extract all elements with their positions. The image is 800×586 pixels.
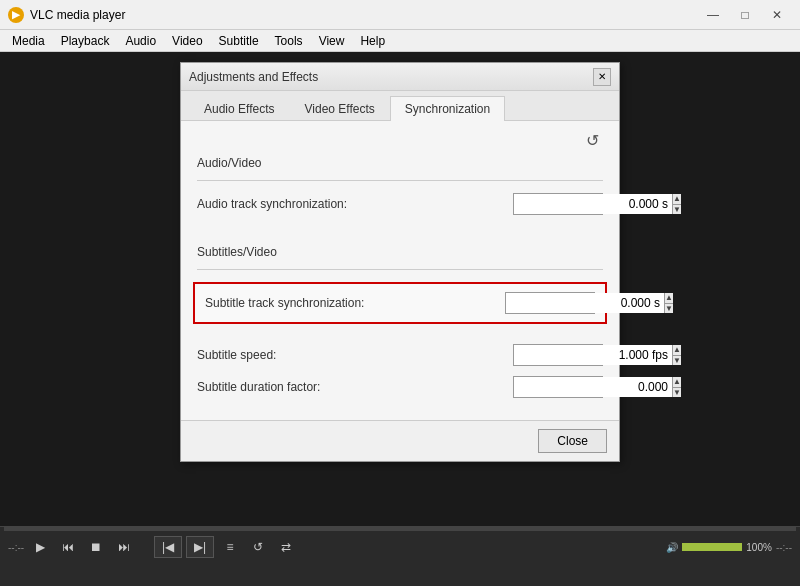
audio-track-sync-down[interactable]: ▼ (673, 204, 681, 215)
frame-fwd-button[interactable]: ▶| (186, 536, 214, 558)
subtitle-duration-down[interactable]: ▼ (673, 387, 681, 398)
tabs-bar: Audio Effects Video Effects Synchronizat… (181, 91, 619, 121)
subtitle-speed-row: Subtitle speed: ▲ ▼ (197, 344, 603, 366)
stop-button[interactable]: ⏹ (84, 535, 108, 559)
menu-media[interactable]: Media (4, 30, 53, 52)
window-controls: — □ ✕ (698, 5, 792, 25)
menu-subtitle[interactable]: Subtitle (211, 30, 267, 52)
next-button[interactable]: ⏭ (112, 535, 136, 559)
subtitles-video-divider (197, 269, 603, 270)
subtitle-duration-up[interactable]: ▲ (673, 377, 681, 387)
dialog-close-icon[interactable]: ✕ (593, 68, 611, 86)
app-icon: ▶ (8, 7, 24, 23)
maximize-button[interactable]: □ (730, 5, 760, 25)
menu-bar: Media Playback Audio Video Subtitle Tool… (0, 30, 800, 52)
subtitles-video-section-label: Subtitles/Video (197, 245, 603, 259)
refresh-row: ↺ (197, 129, 603, 152)
subtitle-speed-up[interactable]: ▲ (673, 345, 681, 355)
dialog-title: Adjustments and Effects (189, 70, 593, 84)
transport-bar: --:-- ▶ ⏮ ⏹ ⏭ |◀ ▶| ≡ ↺ ⇄ 🔊 100% --:-- (0, 531, 800, 563)
tab-synchronization[interactable]: Synchronization (390, 96, 505, 121)
dialog-title-bar: Adjustments and Effects ✕ (181, 63, 619, 91)
main-area: Adjustments and Effects ✕ Audio Effects … (0, 52, 800, 526)
refresh-button[interactable]: ↺ (582, 129, 603, 152)
volume-percent: 100% (746, 542, 772, 553)
progress-bar[interactable] (4, 527, 796, 531)
playlist-button[interactable]: ≡ (218, 535, 242, 559)
audio-track-sync-field[interactable] (514, 194, 672, 214)
subtitle-speed-field[interactable] (514, 345, 672, 365)
dialog-content: ↺ Audio/Video Audio track synchronizatio… (181, 121, 619, 420)
time-left: --:-- (8, 542, 24, 553)
window-close-button[interactable]: ✕ (762, 5, 792, 25)
dialog-footer: Close (181, 420, 619, 461)
menu-view[interactable]: View (311, 30, 353, 52)
title-bar: ▶ VLC media player — □ ✕ (0, 0, 800, 30)
subtitle-speed-input[interactable]: ▲ ▼ (513, 344, 603, 366)
subtitle-track-sync-input[interactable]: ▲ ▼ (505, 292, 595, 314)
subtitle-track-sync-field[interactable] (506, 293, 664, 313)
volume-fill (682, 543, 742, 551)
dialog-close-button[interactable]: Close (538, 429, 607, 453)
audio-track-sync-input[interactable]: ▲ ▼ (513, 193, 603, 215)
app-title: VLC media player (30, 8, 698, 22)
time-right: --:-- (776, 542, 792, 553)
menu-tools[interactable]: Tools (267, 30, 311, 52)
subtitle-track-sync-highlighted: Subtitle track synchronization: ▲ ▼ (193, 282, 607, 324)
subtitle-duration-label: Subtitle duration factor: (197, 380, 513, 394)
audio-track-sync-up[interactable]: ▲ (673, 194, 681, 204)
tab-video-effects[interactable]: Video Effects (290, 96, 390, 121)
subtitle-duration-row: Subtitle duration factor: ▲ ▼ (197, 376, 603, 398)
subtitle-track-sync-label: Subtitle track synchronization: (205, 296, 505, 310)
subtitle-track-sync-down[interactable]: ▼ (665, 303, 673, 314)
volume-bar[interactable] (682, 543, 742, 551)
audio-track-sync-label: Audio track synchronization: (197, 197, 513, 211)
menu-video[interactable]: Video (164, 30, 210, 52)
subtitle-speed-label: Subtitle speed: (197, 348, 513, 362)
audio-video-divider (197, 180, 603, 181)
subtitle-speed-spinners: ▲ ▼ (672, 345, 681, 365)
tab-audio-effects[interactable]: Audio Effects (189, 96, 290, 121)
audio-track-sync-row: Audio track synchronization: ▲ ▼ (197, 193, 603, 215)
subtitle-track-sync-row: Subtitle track synchronization: ▲ ▼ (205, 292, 595, 314)
play-button[interactable]: ▶ (28, 535, 52, 559)
loop-button[interactable]: ↺ (246, 535, 270, 559)
adjustments-dialog: Adjustments and Effects ✕ Audio Effects … (180, 62, 620, 462)
menu-playback[interactable]: Playback (53, 30, 118, 52)
subtitle-track-sync-spinners: ▲ ▼ (664, 293, 673, 313)
prev-button[interactable]: ⏮ (56, 535, 80, 559)
volume-icon: 🔊 (666, 542, 678, 553)
subtitle-duration-spinners: ▲ ▼ (672, 377, 681, 397)
frame-back-button[interactable]: |◀ (154, 536, 182, 558)
menu-audio[interactable]: Audio (117, 30, 164, 52)
random-button[interactable]: ⇄ (274, 535, 298, 559)
subtitle-speed-down[interactable]: ▼ (673, 355, 681, 366)
audio-track-sync-spinners: ▲ ▼ (672, 194, 681, 214)
audio-video-section-label: Audio/Video (197, 156, 603, 170)
minimize-button[interactable]: — (698, 5, 728, 25)
menu-help[interactable]: Help (352, 30, 393, 52)
subtitle-duration-field[interactable] (514, 377, 672, 397)
bottom-bar: --:-- ▶ ⏮ ⏹ ⏭ |◀ ▶| ≡ ↺ ⇄ 🔊 100% --:-- (0, 526, 800, 586)
subtitle-track-sync-up[interactable]: ▲ (665, 293, 673, 303)
subtitle-duration-input[interactable]: ▲ ▼ (513, 376, 603, 398)
